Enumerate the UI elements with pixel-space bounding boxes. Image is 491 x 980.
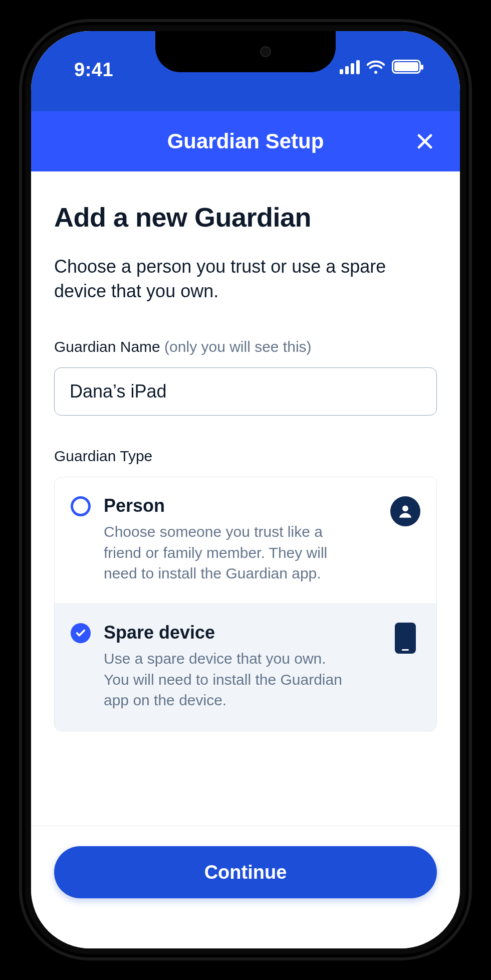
radio-checked-icon	[71, 623, 91, 643]
device-notch	[155, 31, 336, 72]
front-camera	[260, 46, 271, 57]
guardian-type-label: Guardian Type	[54, 448, 437, 465]
wifi-icon	[367, 59, 385, 74]
guardian-name-hint: (only you will see this)	[164, 338, 311, 355]
status-icons	[340, 59, 421, 74]
person-icon	[390, 496, 420, 526]
page-title: Add a new Guardian	[54, 202, 437, 233]
guardian-name-input[interactable]	[54, 367, 437, 416]
smartphone-icon	[390, 623, 420, 653]
svg-point-0	[402, 506, 408, 512]
battery-icon	[392, 60, 421, 74]
guardian-type-spare-device[interactable]: Spare device Use a spare device that you…	[55, 604, 436, 730]
hw-power-button	[471, 301, 478, 411]
continue-button[interactable]: Continue	[54, 846, 437, 898]
nav-title: Guardian Setup	[167, 129, 324, 153]
status-bar: 9:41	[31, 31, 460, 111]
content: Add a new Guardian Choose a person you t…	[31, 171, 460, 826]
close-button[interactable]	[414, 130, 436, 152]
option-title: Person	[104, 495, 377, 516]
option-desc: Use a spare device that you own. You wil…	[104, 648, 344, 710]
guardian-type-group: Person Choose someone you trust like a f…	[54, 477, 437, 731]
close-icon	[416, 132, 434, 150]
guardian-type-person[interactable]: Person Choose someone you trust like a f…	[55, 477, 436, 604]
option-desc: Choose someone you trust like a friend o…	[104, 521, 344, 583]
nav-header: Guardian Setup	[31, 111, 460, 171]
radio-unchecked-icon	[71, 496, 91, 516]
page-subtitle: Choose a person you trust or use a spare…	[54, 255, 437, 303]
footer: Continue	[31, 826, 460, 948]
guardian-name-label-text: Guardian Name	[54, 338, 164, 355]
phone-frame: 9:41 Guardian Setup	[19, 19, 472, 960]
guardian-name-label: Guardian Name (only you will see this)	[54, 338, 437, 355]
cellular-icon	[340, 59, 360, 74]
status-time: 9:41	[74, 59, 113, 81]
option-title: Spare device	[104, 622, 377, 643]
screen: 9:41 Guardian Setup	[31, 31, 460, 948]
